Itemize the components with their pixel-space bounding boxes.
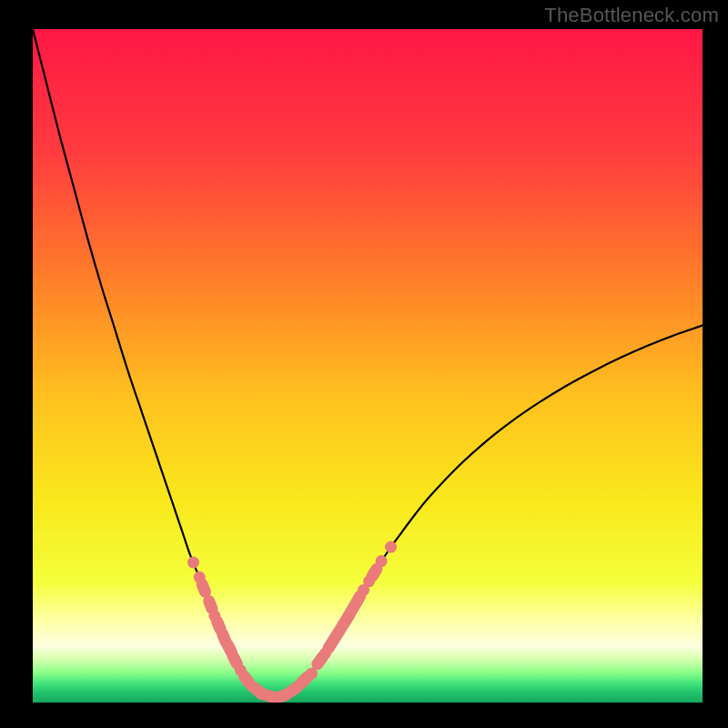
svg-point-2 — [187, 557, 199, 569]
chart-stage: TheBottleneck.com — [0, 0, 728, 728]
svg-point-35 — [376, 555, 388, 567]
bottleneck-chart — [0, 0, 728, 728]
watermark-text: TheBottleneck.com — [544, 4, 719, 27]
svg-point-36 — [385, 541, 397, 553]
